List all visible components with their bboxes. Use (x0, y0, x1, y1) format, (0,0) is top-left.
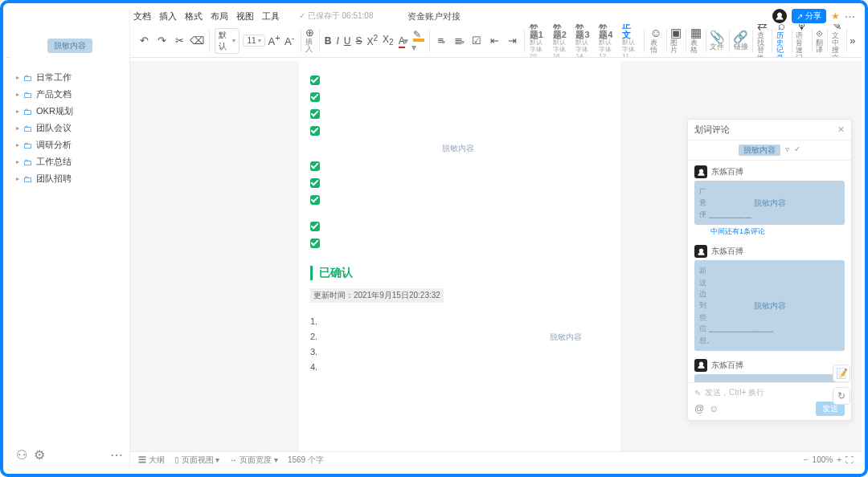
italic-icon[interactable]: I (336, 35, 338, 47)
indent-icon[interactable]: ⇥ (505, 35, 519, 46)
toolbar-语音速记[interactable]: 🎙语音速记 (792, 24, 812, 58)
menu-插入[interactable]: 插入 (159, 11, 177, 21)
comment-more-link[interactable]: 中间还有1条评论 (710, 226, 845, 237)
more-menu-icon[interactable]: ⋯ (845, 10, 855, 22)
list-item[interactable]: 3. (310, 347, 606, 357)
redo-icon[interactable]: ↷ (154, 35, 169, 46)
increase-font-icon[interactable]: A+ (268, 34, 280, 47)
checkbox-checked[interactable] (310, 195, 320, 205)
sidebar-redacted-badge: 脱敏内容 (47, 39, 92, 53)
format-painter-icon[interactable]: ✂ (172, 35, 186, 46)
toolbar-文中搜文[interactable]: ✎文中搜文 (828, 24, 847, 58)
folder-item[interactable]: ▸🗀调研分析 (14, 137, 125, 153)
zoom-out-icon[interactable]: − (804, 455, 809, 464)
chevron-down-icon: ▿ (785, 145, 789, 156)
heading-option[interactable]: 标题4默认字体 12 (596, 24, 619, 58)
avatar (694, 245, 707, 258)
page-view-toggle[interactable]: ▯ 页面视图 ▾ (174, 455, 220, 466)
menu-布局[interactable]: 布局 (211, 11, 228, 21)
document-canvas: 脱敏内容 已确认 更新时间：2021年9月15日20:23:32 1.2.脱敏内… (130, 61, 862, 453)
fullscreen-icon[interactable]: ⛶ (845, 455, 854, 464)
toolbar-表格[interactable]: ▦表格 (686, 26, 706, 55)
font-family-select[interactable]: 默认▾ (215, 28, 240, 54)
folder-item[interactable]: ▸🗀OKR规划 (14, 103, 125, 120)
list-item[interactable]: 2.脱敏内容 (310, 332, 606, 341)
toolbar-文件[interactable]: 📎文件 (706, 31, 729, 51)
highlight-icon[interactable]: ✎▾ (413, 29, 424, 53)
checkbox-checked[interactable] (310, 178, 320, 188)
checkbox-checked[interactable] (310, 161, 320, 171)
user-icon[interactable]: ⚇ (16, 447, 27, 463)
folder-item[interactable]: ▸🗀产品文档 (14, 86, 125, 103)
bold-icon[interactable]: B (325, 35, 332, 47)
font-color-icon[interactable]: A▾ (399, 35, 408, 47)
toolbar-翻译[interactable]: ⟐翻译 (812, 26, 827, 55)
emoji-icon[interactable]: ☺ (709, 403, 719, 414)
list-item[interactable]: 4. (310, 362, 606, 372)
checkbox-checked[interactable] (310, 109, 320, 119)
checkbox-checked[interactable] (310, 222, 320, 231)
refresh-float-button[interactable]: ↻ (833, 387, 850, 405)
checkbox-checked[interactable] (310, 75, 320, 85)
document-page[interactable]: 脱敏内容 已确认 更新时间：2021年9月15日20:23:32 1.2.脱敏内… (299, 61, 620, 453)
folder-item[interactable]: ▸🗀日常工作 (14, 69, 125, 86)
toolbar-表情[interactable]: ☺表情 (646, 26, 666, 55)
bullet-list-icon[interactable]: ≡▾ (434, 35, 448, 46)
outline-toggle[interactable]: ☰ 大纲 (138, 455, 165, 466)
toolbar-历史记录[interactable]: ⌕历史记录 (772, 24, 792, 58)
heading-option[interactable]: 正文默认字体 11 (619, 24, 642, 58)
toolbar-overflow-icon[interactable]: » (849, 35, 857, 46)
more-icon[interactable]: ⋯ (110, 447, 123, 463)
comment-body[interactable]: ▯▯▯ 脱敏内容 (694, 374, 845, 382)
comment-author: 东炼百搏 (711, 166, 743, 177)
list-item[interactable]: 1. (310, 316, 606, 326)
subscript-icon[interactable]: X2 (383, 34, 394, 47)
folder-item[interactable]: ▸🗀团队会议 (14, 120, 125, 137)
toolbar-图片[interactable]: ▣图片 (666, 26, 686, 55)
number-list-icon[interactable]: ≣▾ (452, 35, 466, 46)
comment-input[interactable]: ✎发送，Ctrl+ 换行 (694, 387, 845, 398)
heading-option[interactable]: 标题2默认字体 18 (550, 24, 573, 58)
heading-option[interactable]: 标题1默认字体 20 (526, 24, 550, 58)
zoom-in-icon[interactable]: + (837, 455, 841, 464)
comments-tab[interactable]: 脱敏内容 ▿ ✓ (688, 141, 851, 161)
folder-icon: 🗀 (23, 107, 32, 116)
heading-option[interactable]: 标题3默认字体 14 (572, 24, 596, 58)
zoom-value: 100% (813, 455, 833, 464)
checkbox-checked[interactable] (310, 126, 320, 136)
checklist-icon[interactable]: ☑ (469, 35, 484, 46)
autosave-text: ✓ 已保存于 06:51:08 (299, 10, 374, 22)
folder-item[interactable]: ▸🗀工作总结 (14, 153, 125, 170)
strike-icon[interactable]: S (356, 35, 362, 47)
checkbox-checked[interactable] (310, 238, 320, 248)
superscript-icon[interactable]: X2 (367, 34, 379, 47)
menu-视图[interactable]: 视图 (236, 11, 254, 21)
font-size-select[interactable]: 11▾ (243, 35, 264, 47)
toolbar-查找替换[interactable]: ⇄查找替换 (753, 24, 772, 58)
avatar (694, 165, 707, 178)
comment-body[interactable]: 广意便 ▁▁▁▁▁▁ 脱敏内容 (694, 181, 845, 225)
comment-author: 东炼百搏 (711, 360, 743, 371)
mention-icon[interactable]: @ (694, 403, 704, 414)
decrease-font-icon[interactable]: A- (284, 34, 296, 47)
avatar[interactable] (772, 9, 787, 23)
menu-格式[interactable]: 格式 (185, 11, 203, 21)
insert-button[interactable]: ⊕插入 (305, 27, 314, 54)
notes-float-button[interactable]: 📝 (833, 365, 850, 382)
menu-bar: 文档插入格式布局视图工具 ✓ 已保存于 06:51:08 资金账户对接 ↗分享 … (6, 6, 862, 24)
checkbox-checked[interactable] (310, 92, 320, 102)
share-button[interactable]: ↗分享 (792, 9, 826, 23)
menu-工具[interactable]: 工具 (262, 11, 280, 21)
gear-icon[interactable]: ⚙ (34, 447, 45, 463)
folder-item[interactable]: ▸🗀团队招聘 (14, 170, 125, 187)
outdent-icon[interactable]: ⇤ (487, 35, 502, 46)
clear-format-icon[interactable]: ⌫ (190, 35, 204, 46)
menu-文档[interactable]: 文档 (133, 11, 151, 21)
toolbar-链接[interactable]: 🔗链接 (729, 31, 752, 51)
undo-icon[interactable]: ↶ (137, 35, 151, 46)
close-icon[interactable]: ✕ (837, 124, 845, 135)
page-width-toggle[interactable]: ↔ 页面宽度 ▾ (229, 455, 278, 466)
comment-body[interactable]: 新这边到些信 ▁▁▁▁▁▁▁▁▁想。 脱敏内容 (694, 260, 845, 351)
underline-icon[interactable]: U (344, 35, 351, 47)
star-icon[interactable]: ★ (831, 10, 840, 22)
